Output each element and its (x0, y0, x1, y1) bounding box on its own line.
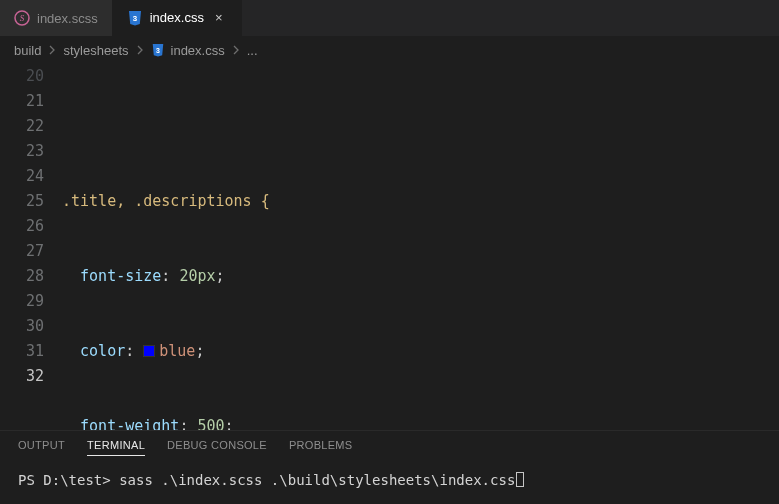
terminal-prompt: PS D:\test> (18, 472, 119, 488)
line-number: 24 (0, 164, 44, 189)
line-number: 21 (0, 89, 44, 114)
code-editor[interactable]: 20 21 22 23 24 25 26 27 28 29 30 31 32 .… (0, 64, 779, 430)
line-number: 31 (0, 339, 44, 364)
code-content[interactable]: .title, .descriptions { font-size: 20px;… (62, 64, 779, 430)
svg-text:S: S (20, 13, 25, 23)
property: color (80, 342, 125, 360)
breadcrumb-stylesheets[interactable]: stylesheets (63, 43, 128, 58)
value: blue (159, 342, 195, 360)
semicolon: ; (225, 417, 234, 430)
chevron-right-icon (135, 45, 145, 55)
value: 500 (197, 417, 224, 430)
breadcrumb[interactable]: build stylesheets 3 index.css ... (0, 36, 779, 64)
colon: : (179, 417, 197, 430)
property: font-weight (80, 417, 179, 430)
chevron-right-icon (231, 45, 241, 55)
color-swatch-blue[interactable] (143, 345, 155, 357)
value: 20px (179, 267, 215, 285)
line-number: 25 (0, 189, 44, 214)
sass-icon: S (14, 10, 30, 26)
svg-text:3: 3 (132, 14, 137, 23)
brace: { (261, 192, 270, 210)
selector: .title, .descriptions (62, 192, 261, 210)
line-number: 22 (0, 114, 44, 139)
breadcrumb-build[interactable]: build (14, 43, 41, 58)
tab-label: index.css (150, 10, 204, 25)
semicolon: ; (216, 267, 225, 285)
line-number-gutter: 20 21 22 23 24 25 26 27 28 29 30 31 32 (0, 64, 62, 430)
property: font-size (80, 267, 161, 285)
tab-bar: S index.scss 3 index.css × (0, 0, 779, 36)
css-icon: 3 (151, 43, 165, 57)
tab-label: index.scss (37, 11, 98, 26)
tab-terminal[interactable]: TERMINAL (87, 439, 145, 456)
line-number: 30 (0, 314, 44, 339)
line-number: 27 (0, 239, 44, 264)
colon: : (161, 267, 179, 285)
tab-debug-console[interactable]: DEBUG CONSOLE (167, 439, 267, 456)
tab-index-scss[interactable]: S index.scss (0, 0, 113, 36)
line-number: 29 (0, 289, 44, 314)
bottom-panel: OUTPUT TERMINAL DEBUG CONSOLE PROBLEMS P… (0, 430, 779, 504)
panel-tabs: OUTPUT TERMINAL DEBUG CONSOLE PROBLEMS (0, 431, 779, 462)
breadcrumb-file[interactable]: index.css (171, 43, 225, 58)
terminal-command: sass .\index.scss .\build\stylesheets\in… (119, 472, 515, 488)
svg-text:3: 3 (156, 47, 160, 54)
tab-problems[interactable]: PROBLEMS (289, 439, 353, 456)
chevron-right-icon (47, 45, 57, 55)
close-icon[interactable]: × (211, 10, 227, 25)
tab-index-css[interactable]: 3 index.css × (113, 0, 242, 36)
line-number: 26 (0, 214, 44, 239)
semicolon: ; (195, 342, 204, 360)
terminal-cursor (516, 472, 524, 487)
terminal[interactable]: PS D:\test> sass .\index.scss .\build\st… (0, 462, 779, 504)
line-number: 32 (0, 364, 44, 389)
line-number: 20 (0, 64, 44, 89)
colon: : (125, 342, 143, 360)
css-icon: 3 (127, 10, 143, 26)
tab-output[interactable]: OUTPUT (18, 439, 65, 456)
line-number: 23 (0, 139, 44, 164)
line-number: 28 (0, 264, 44, 289)
breadcrumb-more[interactable]: ... (247, 43, 258, 58)
